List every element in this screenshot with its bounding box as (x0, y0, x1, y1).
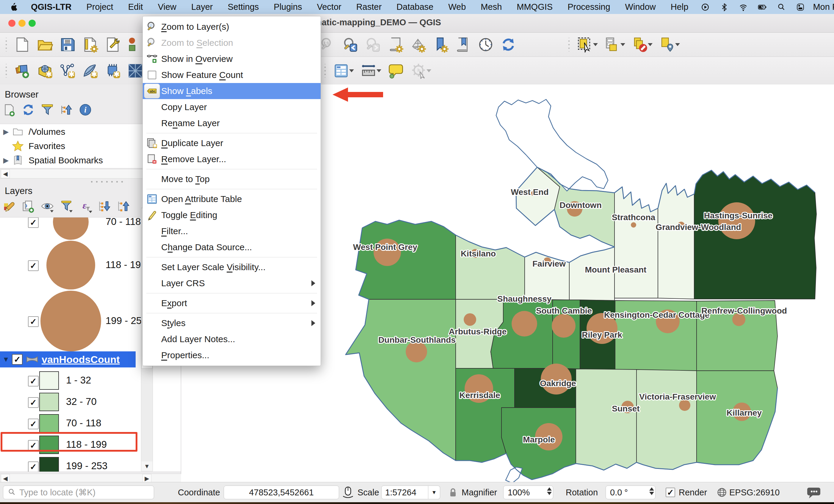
select-features-icon[interactable] (577, 37, 593, 53)
show-bookmarks-icon[interactable] (455, 37, 471, 53)
legend-checkbox[interactable]: ✓ (28, 419, 39, 429)
open-attribute-table-icon[interactable] (333, 63, 349, 79)
menu-edit[interactable]: Edit (121, 2, 151, 12)
menu-item-filter[interactable]: Filter... (143, 223, 321, 239)
layer-name[interactable]: vanHoodsCount (42, 354, 120, 365)
toolbar-drag-handle[interactable] (5, 38, 8, 51)
new-map-view-icon[interactable] (387, 37, 403, 53)
menu-settings[interactable]: Settings (220, 2, 266, 12)
menu-plugins[interactable]: Plugins (266, 2, 309, 12)
menu-item-properties[interactable]: Properties... (143, 347, 321, 363)
menu-vector[interactable]: Vector (309, 2, 349, 12)
new-bookmark-icon[interactable] (433, 37, 448, 53)
browser-filter-icon[interactable] (41, 103, 54, 117)
new-3d-view-icon[interactable] (410, 37, 426, 53)
new-project-icon[interactable] (14, 37, 30, 53)
toolbar-drag-handle[interactable] (568, 38, 570, 51)
processing-icon[interactable] (411, 63, 426, 79)
panel-splitter[interactable] (89, 180, 125, 183)
menu-project[interactable]: Project (79, 2, 120, 12)
minimize-window-button[interactable] (18, 20, 26, 27)
legend-checkbox[interactable]: ✓ (28, 461, 39, 472)
browser-add-icon[interactable] (2, 103, 16, 117)
visibility-icon[interactable] (41, 199, 54, 213)
browser-collapse-icon[interactable] (60, 103, 73, 117)
scale-combobox[interactable]: 1:57264 (381, 486, 428, 499)
zoom-11-icon[interactable]: 1:1 (320, 37, 335, 53)
lock-icon[interactable] (448, 482, 458, 503)
menu-item-show-feature-count[interactable]: Show Feature Count (143, 67, 321, 83)
control-center-icon[interactable] (791, 2, 810, 12)
menu-item-duplicate-layer[interactable]: ✱Duplicate Layer (143, 135, 321, 151)
zoom-last-icon[interactable] (342, 37, 358, 53)
menu-help[interactable]: Help (663, 2, 696, 12)
add-mesh-icon[interactable]: ✱ (105, 63, 121, 79)
browser-refresh-icon[interactable] (21, 103, 35, 117)
locate-search-input[interactable]: Type to locate (⌘K) (3, 486, 154, 499)
menu-layer[interactable]: Layer (184, 2, 220, 12)
menu-item-rename-layer[interactable]: Rename Layer (143, 115, 321, 131)
wifi-icon[interactable] (734, 2, 753, 12)
menu-raster[interactable]: Raster (349, 2, 389, 12)
expander-icon[interactable]: ▶ (0, 156, 12, 165)
play-circle-icon[interactable] (696, 2, 715, 12)
mouse-extent-icon[interactable] (342, 482, 354, 503)
style-manager-icon[interactable] (127, 37, 144, 53)
crs-status-button[interactable]: EPSG:26910 (729, 482, 780, 503)
toolbar-drag-handle[interactable] (5, 64, 8, 78)
menu-bar-clock[interactable]: Mon Feb 16 9:46 (810, 2, 834, 12)
menu-item-show-labels[interactable]: abcShow Labels (143, 83, 321, 99)
menu-processing[interactable]: Processing (560, 2, 617, 12)
legend-checkbox[interactable]: ✓ (28, 316, 39, 327)
menu-mmqgis[interactable]: MMQGIS (509, 2, 560, 12)
collapse-all-icon[interactable] (116, 199, 130, 213)
render-checkbox[interactable]: ✓ (666, 488, 675, 497)
select-by-form-icon[interactable] (605, 37, 620, 53)
apple-icon[interactable] (0, 2, 26, 12)
new-layout-icon[interactable] (82, 37, 98, 53)
bluetooth-icon[interactable] (715, 2, 734, 12)
menu-view[interactable]: View (151, 2, 184, 12)
menu-item-add-layer-notes[interactable]: Add Layer Notes... (143, 331, 321, 347)
expand-all-icon[interactable] (97, 199, 111, 213)
toolbar-drag-handle[interactable] (324, 64, 327, 78)
menu-item-zoom-to-layer-s[interactable]: Zoom to Layer(s) (143, 19, 321, 35)
open-project-icon[interactable] (37, 37, 53, 53)
expression-filter-icon[interactable]: ε (79, 199, 92, 213)
legend-checkbox[interactable]: ✓ (28, 217, 39, 228)
deselect-icon[interactable] (632, 37, 648, 53)
add-group-icon[interactable] (21, 199, 35, 213)
add-geopackage-icon[interactable]: ✱ (37, 63, 53, 79)
magnifier-spinbox[interactable]: 100% (503, 486, 553, 499)
menu-item-export[interactable]: Export (143, 295, 321, 311)
legend-checkbox[interactable]: ✓ (28, 376, 39, 387)
add-grid-icon[interactable] (127, 63, 144, 79)
menu-item-show-in-overview[interactable]: Show in Overview (143, 51, 321, 67)
layout-manager-icon[interactable] (105, 37, 121, 53)
filter-legend-icon[interactable] (60, 199, 73, 213)
map-tips-icon[interactable] (388, 63, 404, 79)
refresh-icon[interactable] (500, 37, 517, 53)
menu-window[interactable]: Window (618, 2, 663, 12)
menu-item-set-layer-scale-visibility[interactable]: Set Layer Scale Visibility... (143, 259, 321, 275)
battery-icon[interactable] (753, 2, 772, 12)
collapse-expander-icon[interactable]: ▼ (0, 355, 12, 364)
menu-qgis-ltr[interactable]: QGIS-LTR (26, 2, 79, 12)
menu-item-move-to-top[interactable]: Move to Top (143, 171, 321, 187)
menu-item-toggle-editing[interactable]: Toggle Editing (143, 207, 321, 223)
layer-visibility-checkbox[interactable]: ✓ (12, 354, 23, 365)
menu-item-remove-layer[interactable]: Remove Layer... (143, 151, 321, 167)
menu-item-change-data-source[interactable]: Change Data Source... (143, 239, 321, 255)
menu-web[interactable]: Web (441, 2, 473, 12)
spotlight-icon[interactable] (772, 2, 791, 12)
expander-icon[interactable]: ▶ (0, 128, 12, 136)
save-project-icon[interactable] (60, 37, 75, 53)
menu-item-copy-layer[interactable]: Copy Layer (143, 99, 321, 115)
menu-database[interactable]: Database (389, 2, 441, 12)
menu-mesh[interactable]: Mesh (473, 2, 509, 12)
temporal-controller-icon[interactable] (478, 37, 494, 53)
zoom-next-icon[interactable] (365, 37, 381, 53)
data-source-manager-icon[interactable] (14, 63, 30, 79)
menu-item-styles[interactable]: Styles (143, 315, 321, 331)
add-vector-icon[interactable]: ✱ (60, 63, 75, 79)
